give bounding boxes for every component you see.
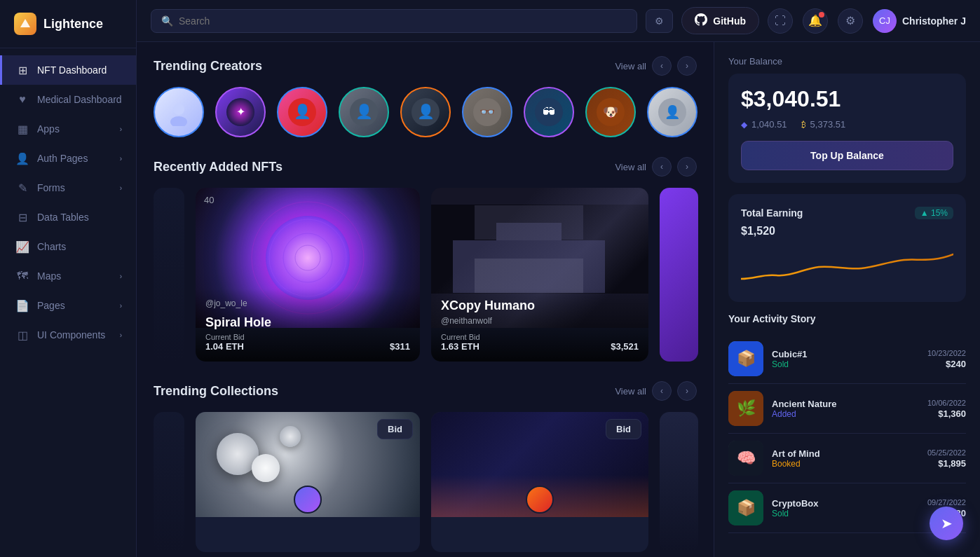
collection-card-spheres[interactable]: Bid — [196, 412, 420, 552]
collections-next-button[interactable]: › — [677, 381, 697, 401]
sidebar-item-medical-dashboard[interactable]: ♥ Medical Dashboard — [0, 85, 136, 114]
nft-bid-label-xcopy: Current Bid — [441, 333, 480, 341]
creator-avatar-7[interactable]: 🕶 — [524, 87, 574, 137]
pages-icon: 📄 — [16, 299, 29, 312]
content: Trending Creators View all ‹ › ✦ 👤 — [137, 42, 980, 557]
activity-story: Your Activity Story 📦 Cubic#1 Sold — [728, 313, 966, 533]
sidebar-item-forms[interactable]: ✎ Forms › — [0, 173, 136, 202]
send-icon: ➤ — [941, 515, 953, 532]
chevron-down-icon-pages: › — [120, 302, 122, 310]
creator-avatar-8[interactable]: 🐶 — [585, 87, 636, 137]
activity-info-cubic: Cubic#1 Sold — [772, 349, 919, 369]
activity-thumb-cubic: 📦 — [728, 341, 763, 376]
trending-creators-title: Trending Creators — [154, 59, 262, 74]
svg-text:👤: 👤 — [294, 103, 311, 120]
activity-status-nature: Added — [772, 409, 919, 419]
user-info[interactable]: CJ Christopher J — [873, 9, 966, 33]
activity-item-mind: 🧠 Art of Mind Booked 05/25/2022 $1,895 — [728, 434, 966, 483]
sidebar-logo[interactable]: Lightence — [0, 0, 136, 48]
chevron-down-icon-forms: › — [120, 184, 122, 192]
github-icon — [695, 13, 707, 28]
collection-stub-left — [154, 412, 184, 552]
layout-icon: ▦ — [16, 123, 29, 135]
filter-button[interactable]: ⚙ — [646, 9, 673, 33]
activity-info-nature: Ancient Nature Added — [772, 399, 919, 419]
send-button[interactable]: ➤ — [930, 507, 963, 540]
activity-info-crypto: CryptoBox Sold — [772, 498, 919, 518]
nft-number-spiral: 40 — [204, 195, 214, 205]
trending-collections-actions: View all ‹ › — [615, 381, 697, 401]
nft-next-button[interactable]: › — [677, 157, 697, 177]
activity-status-crypto: Sold — [772, 509, 919, 518]
bid-badge-crowd[interactable]: Bid — [606, 419, 641, 439]
creator-avatar-5[interactable]: 👤 — [400, 87, 451, 137]
nft-author-xcopy: @neithanwolf — [441, 316, 639, 326]
creator-avatar-3[interactable]: 👤 — [277, 87, 327, 137]
svg-text:🧠: 🧠 — [737, 448, 756, 467]
sidebar-item-maps[interactable]: 🗺 Maps › — [0, 261, 136, 291]
trending-collections-title: Trending Collections — [154, 384, 278, 399]
sidebar-item-data-tables[interactable]: ⊟ Data Tables — [0, 202, 136, 232]
fullscreen-button[interactable]: ⛶ — [768, 8, 793, 34]
chevron-down-icon: › — [120, 125, 122, 133]
collection-card-crowd[interactable]: 🎭 Bid — [431, 412, 648, 552]
creator-avatar-1[interactable] — [154, 87, 204, 137]
creators-row: ✦ 👤 👤 👤 👓 🕶 🐶 — [154, 87, 697, 137]
activity-status-mind: Booked — [772, 459, 919, 469]
nft-card-xcopy[interactable]: XCopy Humano @neithanwolf Current Bid 1.… — [431, 188, 648, 362]
user-icon: 👤 — [16, 152, 29, 165]
trending-creators-view-all[interactable]: View all — [615, 61, 646, 71]
recently-added-view-all[interactable]: View all — [615, 162, 646, 172]
trending-collections-view-all[interactable]: View all — [615, 386, 646, 397]
components-icon: ◫ — [16, 329, 29, 341]
sidebar-item-auth-pages[interactable]: 👤 Auth Pages › — [0, 144, 136, 173]
notification-button[interactable]: 🔔 — [803, 8, 828, 34]
creator-avatar-4[interactable]: 👤 — [339, 87, 389, 137]
search-icon: 🔍 — [161, 15, 173, 27]
trending-creators-actions: View all ‹ › — [615, 56, 697, 76]
search-box[interactable]: 🔍 — [151, 9, 637, 33]
sidebar-nav: ⊞ NFT Dashboard ♥ Medical Dashboard ▦ Ap… — [0, 48, 136, 557]
eth-balance: ◆ 1,040.51 — [741, 119, 787, 130]
avatar: CJ — [873, 9, 897, 33]
nft-card-spiral-hole[interactable]: @jo_wo_le Spiral Hole Current Bid 1.04 E… — [196, 188, 420, 362]
nft-bid-eth-xcopy: 1.63 ETH — [441, 341, 480, 352]
github-button[interactable]: GitHub — [681, 7, 759, 34]
nft-bid-usd-xcopy: $3,521 — [611, 341, 639, 352]
svg-text:✦: ✦ — [236, 106, 245, 118]
bid-badge-spheres[interactable]: Bid — [377, 419, 413, 439]
settings-button[interactable]: ⚙ — [838, 8, 863, 34]
svg-text:👤: 👤 — [417, 103, 435, 120]
sidebar-item-charts[interactable]: 📈 Charts — [0, 232, 136, 261]
creator-avatar-6[interactable]: 👓 — [462, 87, 512, 137]
creator-avatar-2[interactable]: ✦ — [215, 87, 266, 137]
creators-next-button[interactable]: › — [677, 56, 697, 76]
creator-avatar-9[interactable]: 👤 — [647, 87, 697, 137]
sidebar-item-apps[interactable]: ▦ Apps › — [0, 114, 136, 144]
filter-icon: ⚙ — [655, 15, 664, 27]
svg-text:👤: 👤 — [355, 103, 373, 120]
topup-button[interactable]: Top Up Balance — [741, 141, 953, 170]
activity-meta-nature: 10/06/2022 $1,360 — [927, 399, 966, 419]
sidebar-item-ui-components[interactable]: ◫ UI Components › — [0, 320, 136, 350]
main-content: Trending Creators View all ‹ › ✦ 👤 — [137, 42, 714, 557]
collections-prev-button[interactable]: ‹ — [652, 381, 672, 401]
chevron-down-icon-maps: › — [120, 273, 122, 280]
collection-footer-spheres — [196, 517, 420, 544]
balance-card: $3,040.51 ◆ 1,040.51 ₿ 5,373.51 Top Up B… — [728, 74, 966, 183]
nft-bid-spiral: Current Bid 1.04 ETH $311 — [205, 333, 410, 352]
collection-card-partial[interactable] — [660, 412, 698, 552]
collection-grid: Bid 🎭 Bid — [154, 412, 697, 552]
user-name: Christopher J — [902, 15, 966, 27]
activity-name-mind: Art of Mind — [772, 448, 919, 459]
sidebar-item-nft-dashboard[interactable]: ⊞ NFT Dashboard — [0, 55, 136, 85]
creators-prev-button[interactable]: ‹ — [652, 56, 672, 76]
activity-status-cubic: Sold — [772, 359, 919, 369]
nft-prev-button[interactable]: ‹ — [652, 157, 672, 177]
edit-icon: ✎ — [16, 181, 29, 194]
svg-point-2 — [170, 116, 187, 126]
sidebar-item-pages[interactable]: 📄 Pages › — [0, 291, 136, 320]
nav-label-apps: Apps — [37, 123, 60, 135]
search-input[interactable] — [179, 15, 627, 27]
nft-card-partial[interactable] — [660, 188, 698, 362]
